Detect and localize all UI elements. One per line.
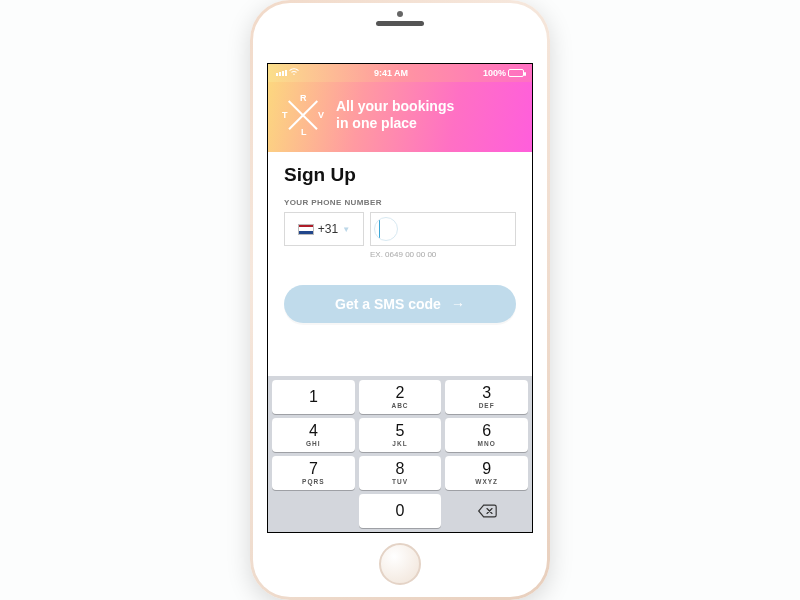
keypad-key-5[interactable]: 5 JKL <box>359 418 442 452</box>
status-time: 9:41 AM <box>374 68 408 78</box>
hero-tagline: All your bookings in one place <box>336 98 454 133</box>
signal-bars-icon <box>276 70 287 76</box>
key-letters: TUV <box>392 478 408 485</box>
keypad-key-7[interactable]: 7 PQRS <box>272 456 355 490</box>
key-digit: 3 <box>482 385 491 401</box>
arrow-right-icon: → <box>451 296 465 312</box>
keypad-blank <box>272 494 355 528</box>
logo-letter-v: V <box>318 110 324 120</box>
speaker-grille <box>376 21 424 26</box>
country-code-value: +31 <box>318 222 338 236</box>
logo-letter-r: R <box>300 93 307 103</box>
keypad-key-4[interactable]: 4 GHI <box>272 418 355 452</box>
phone-field-label: YOUR PHONE NUMBER <box>284 198 516 207</box>
camera-dot <box>397 11 403 17</box>
key-digit: 6 <box>482 423 491 439</box>
keypad-key-9[interactable]: 9 WXYZ <box>445 456 528 490</box>
phone-body: 9:41 AM 100% T R V L All your bookings i… <box>253 3 547 597</box>
hero-line-2: in one place <box>336 115 454 133</box>
key-digit: 7 <box>309 461 318 477</box>
hero-line-1: All your bookings <box>336 98 454 116</box>
chevron-down-icon: ▼ <box>342 225 350 234</box>
key-digit: 0 <box>396 503 405 519</box>
key-digit: 8 <box>396 461 405 477</box>
phone-device-frame: 9:41 AM 100% T R V L All your bookings i… <box>250 0 550 600</box>
battery-icon <box>508 69 524 77</box>
cta-label: Get a SMS code <box>335 296 441 312</box>
numeric-keypad: 1 2 ABC 3 DEF 4 GHI 5 JKL <box>268 376 532 532</box>
keypad-key-8[interactable]: 8 TUV <box>359 456 442 490</box>
app-logo: T R V L <box>284 96 322 134</box>
backspace-icon <box>477 504 497 518</box>
signup-section: Sign Up YOUR PHONE NUMBER +31 ▼ <box>268 152 532 269</box>
logo-letter-l: L <box>301 127 307 137</box>
key-digit: 9 <box>482 461 491 477</box>
keypad-key-0[interactable]: 0 <box>359 494 442 528</box>
page-title: Sign Up <box>284 164 516 186</box>
key-letters: MNO <box>478 440 496 447</box>
keypad-key-3[interactable]: 3 DEF <box>445 380 528 414</box>
keypad-key-6[interactable]: 6 MNO <box>445 418 528 452</box>
key-digit: 4 <box>309 423 318 439</box>
screen: 9:41 AM 100% T R V L All your bookings i… <box>267 63 533 533</box>
phone-example-hint: EX. 0649 00 00 00 <box>370 250 516 259</box>
key-digit: 2 <box>396 385 405 401</box>
touch-ripple-icon <box>374 217 398 241</box>
get-sms-code-button[interactable]: Get a SMS code → <box>284 285 516 323</box>
wifi-icon <box>289 68 299 78</box>
key-letters: PQRS <box>302 478 324 485</box>
keypad-delete-button[interactable] <box>445 494 528 528</box>
key-letters: GHI <box>306 440 321 447</box>
key-digit: 1 <box>309 389 318 405</box>
status-bar: 9:41 AM 100% <box>268 64 532 82</box>
country-code-selector[interactable]: +31 ▼ <box>284 212 364 246</box>
hero-banner: T R V L All your bookings in one place <box>268 82 532 152</box>
key-letters: JKL <box>392 440 407 447</box>
battery-percent: 100% <box>483 68 506 78</box>
key-letters: WXYZ <box>475 478 498 485</box>
keypad-key-1[interactable]: 1 <box>272 380 355 414</box>
flag-netherlands-icon <box>298 224 314 235</box>
key-letters: ABC <box>391 402 408 409</box>
key-letters: DEF <box>479 402 495 409</box>
key-digit: 5 <box>396 423 405 439</box>
phone-number-input[interactable] <box>370 212 516 246</box>
logo-letter-t: T <box>282 110 288 120</box>
home-button[interactable] <box>379 543 421 585</box>
keypad-key-2[interactable]: 2 ABC <box>359 380 442 414</box>
